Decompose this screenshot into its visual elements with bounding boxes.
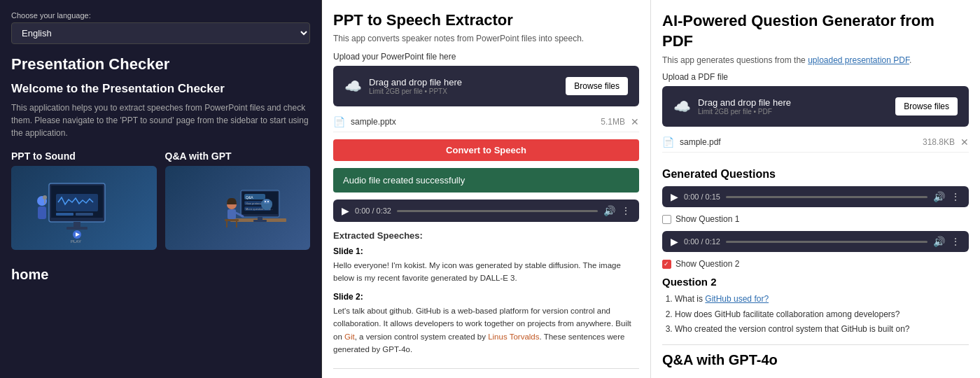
language-label: Choose your language:: [11, 11, 310, 20]
left-title: Presentation Checker: [11, 55, 310, 74]
show-question-2-checkbox[interactable]: [662, 260, 671, 269]
right-audio-controls-1: 🔊 ⋮: [933, 191, 960, 202]
middle-panel: PPT to Speech Extractor This app convert…: [322, 0, 651, 378]
slide2-label: Slide 2:: [333, 292, 639, 302]
middle-file-name: sample.pptx: [351, 117, 595, 127]
slide1-text: Hello everyone! I'm kokist. My icon was …: [333, 259, 639, 285]
right-audio-time-1: 0:00 / 0:15: [684, 192, 720, 201]
right-audio-player-2: ▶ 0:00 / 0:12 🔊 ⋮: [662, 231, 969, 252]
nav-cards: PPT to Sound: [11, 150, 310, 250]
success-banner: Audio file created successfully: [333, 168, 639, 192]
question-2-item-1: What is GitHub used for?: [675, 292, 969, 307]
upload-drag-sub: Limit 2GB per file • PPTX: [369, 88, 462, 95]
right-file-size: 318.8KB: [923, 137, 955, 147]
middle-sub-desc: This app converts speaker notes from Pow…: [333, 34, 639, 43]
q2-item3-text: Who created the version control system t…: [675, 324, 910, 334]
right-page-label: Q&A with GPT-4o: [662, 344, 969, 368]
slide2-text: Let's talk about github. GitHub is a web…: [333, 304, 639, 356]
svg-point-26: [267, 201, 269, 202]
right-sub-desc: This app generates questions from the up…: [662, 55, 969, 65]
show-question-1-label: Show Question 1: [676, 214, 739, 224]
right-more-icon-2[interactable]: ⋮: [951, 236, 960, 247]
upload-drag-text: Drag and drop file here: [369, 77, 462, 88]
question-2-title: Question 2: [662, 276, 969, 288]
ppt-illustration: PLAY: [11, 166, 157, 250]
middle-file-close[interactable]: ✕: [631, 116, 639, 127]
right-progress-bar-1[interactable]: [726, 196, 927, 198]
show-question-2-label: Show Question 2: [676, 259, 739, 269]
middle-audio-controls: 🔊 ⋮: [603, 205, 631, 216]
file-pptx-icon: 📄: [333, 116, 345, 127]
nav-card-ppt[interactable]: PPT to Sound: [11, 150, 157, 250]
right-audio-player-1: ▶ 0:00 / 0:15 🔊 ⋮: [662, 186, 969, 207]
middle-file-item: 📄 sample.pptx 5.1MB ✕: [333, 112, 639, 132]
extracted-title: Extracted Speeches:: [333, 230, 639, 241]
right-browse-button[interactable]: Browse files: [895, 97, 958, 115]
language-select[interactable]: English Spanish French German Japanese: [11, 22, 310, 44]
svg-rect-6: [66, 227, 88, 230]
right-file-close[interactable]: ✕: [960, 136, 969, 148]
question-2-list: What is GitHub used for? How does GitHub…: [662, 292, 969, 337]
middle-upload-zone[interactable]: ☁️ Drag and drop file here Limit 2GB per…: [333, 66, 639, 106]
nav-card-ppt-img: PLAY: [11, 166, 157, 250]
middle-audio-time: 0:00 / 0:32: [355, 206, 391, 215]
svg-rect-2: [56, 194, 98, 211]
nav-card-ppt-title: PPT to Sound: [11, 150, 157, 162]
svg-rect-4: [76, 213, 93, 216]
right-play-button-2[interactable]: ▶: [671, 236, 678, 247]
show-question-1-row[interactable]: Show Question 1: [662, 211, 969, 227]
right-upload-label: Upload a PDF file: [662, 72, 969, 82]
slide2-linus-highlight: Linus Torvalds: [488, 332, 539, 341]
qa-illustration: Q&A How pretending BA... More question-d…: [165, 166, 311, 250]
middle-page-label: ppt2sound: [333, 368, 639, 378]
show-question-1-checkbox[interactable]: [662, 215, 671, 224]
right-upload-zone-content: ☁️ Drag and drop file here Limit 2GB per…: [673, 97, 791, 115]
svg-rect-3: [56, 213, 74, 216]
svg-rect-8: [38, 206, 46, 219]
right-audio-time-2: 0:00 / 0:12: [684, 237, 720, 246]
slide2-text-part2: , a version control system created by: [355, 332, 488, 341]
middle-play-button[interactable]: ▶: [342, 205, 349, 216]
upload-cloud-icon: ☁️: [344, 78, 362, 94]
right-more-icon-1[interactable]: ⋮: [951, 191, 960, 202]
left-welcome: Welcome to the Presentation Checker: [11, 82, 310, 96]
middle-title: PPT to Speech Extractor: [333, 11, 639, 29]
right-sub-desc-after: .: [909, 55, 911, 65]
svg-rect-28: [253, 220, 267, 222]
nav-card-qa-img: Q&A How pretending BA... More question-d…: [165, 166, 311, 250]
right-file-name: sample.pdf: [680, 137, 917, 147]
right-upload-cloud-icon: ☁️: [673, 98, 691, 115]
right-sub-desc-link[interactable]: uploaded presentation PDF: [808, 55, 909, 65]
question-2-item-3: Who created the version control system t…: [675, 322, 969, 337]
middle-browse-button[interactable]: Browse files: [566, 77, 628, 95]
right-volume-icon-1[interactable]: 🔊: [933, 191, 945, 202]
question-2-item-2: How does GitHub facilitate collaboration…: [675, 307, 969, 323]
left-description: This application helps you to extract sp…: [11, 102, 310, 139]
right-volume-icon-2[interactable]: 🔊: [933, 236, 945, 247]
q2-item1-before: What is: [675, 294, 705, 304]
show-question-2-row[interactable]: Show Question 2: [662, 256, 969, 272]
right-upload-zone[interactable]: ☁️ Drag and drop file here Limit 2GB per…: [662, 86, 969, 127]
convert-to-speech-button[interactable]: Convert to Speech: [333, 139, 639, 161]
middle-file-size: 5.1MB: [601, 117, 625, 127]
right-audio-controls-2: 🔊 ⋮: [933, 236, 960, 247]
more-icon[interactable]: ⋮: [621, 205, 631, 216]
slide1-text-before: Hello everyone! I'm kokist. My icon was …: [333, 261, 621, 282]
right-play-button-1[interactable]: ▶: [671, 191, 678, 202]
q2-item1-link[interactable]: GitHub used for?: [705, 294, 769, 304]
upload-zone-content: ☁️ Drag and drop file here Limit 2GB per…: [344, 77, 462, 95]
right-sub-desc-before: This app generates questions from the: [662, 55, 808, 65]
slide2-git-highlight: Git: [344, 332, 355, 341]
q2-item2-text: How does GitHub facilitate collaboration…: [675, 309, 900, 319]
left-panel: Choose your language: English Spanish Fr…: [0, 0, 322, 378]
nav-card-qa[interactable]: Q&A with GPT Q&A How pretending BA...: [165, 150, 311, 250]
svg-rect-32: [225, 219, 239, 221]
svg-text:Q&A: Q&A: [246, 195, 253, 200]
upload-zone-texts: Drag and drop file here Limit 2GB per fi…: [369, 77, 462, 95]
middle-progress-bar[interactable]: [397, 210, 598, 212]
volume-icon[interactable]: 🔊: [603, 205, 615, 216]
svg-point-9: [43, 195, 47, 200]
right-file-item: 📄 sample.pdf 318.8KB ✕: [662, 132, 969, 153]
right-progress-bar-2[interactable]: [726, 241, 927, 243]
slide1-label: Slide 1:: [333, 246, 639, 256]
